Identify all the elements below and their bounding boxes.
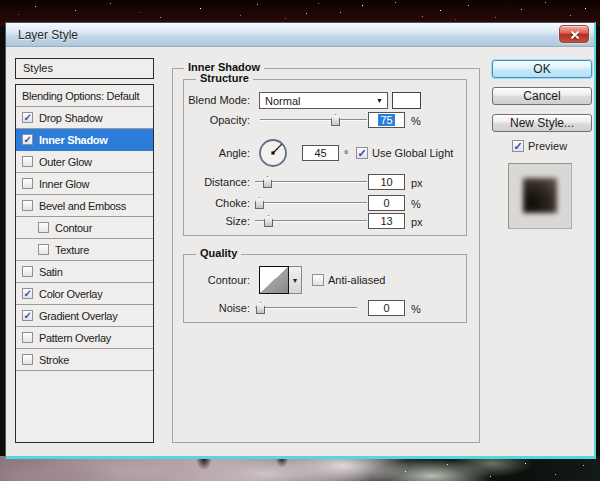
size-slider[interactable] (255, 215, 367, 227)
sidebar-item-label: Stroke (39, 354, 69, 366)
blend-mode-select[interactable]: Normal ▼ (259, 92, 388, 109)
structure-legend: Structure (196, 72, 253, 84)
angle-unit: ° (344, 147, 348, 161)
checked-checkbox-icon[interactable]: ✓ (22, 310, 33, 321)
choke-input[interactable]: 0 (368, 195, 405, 211)
opacity-label: Opacity: (150, 113, 250, 127)
distance-label: Distance: (150, 175, 250, 189)
dialog-body: Styles Blending Options: Default✓Drop Sh… (6, 47, 594, 455)
noise-label: Noise: (150, 301, 250, 315)
sidebar-item-label: Outer Glow (39, 156, 92, 168)
unchecked-checkbox-icon[interactable] (38, 222, 49, 233)
ok-button[interactable]: OK (492, 60, 592, 78)
styles-panel-header[interactable]: Styles (15, 58, 154, 79)
sidebar-item-inner-glow[interactable]: Inner Glow (16, 173, 153, 195)
noise-value: 0 (383, 302, 389, 314)
chevron-down-icon: ▼ (376, 97, 383, 104)
unchecked-checkbox-icon[interactable] (22, 156, 33, 167)
sidebar-item-bevel-and-emboss[interactable]: Bevel and Emboss (16, 195, 153, 217)
choke-value: 0 (383, 197, 389, 209)
choke-unit: % (411, 197, 421, 211)
unchecked-checkbox-icon[interactable] (22, 200, 33, 211)
contour-label: Contour: (150, 273, 250, 287)
sidebar-item-label: Satin (39, 266, 63, 278)
slider-thumb[interactable] (255, 197, 264, 209)
angle-value: 45 (314, 147, 326, 159)
unchecked-checkbox-icon[interactable] (22, 354, 33, 365)
anti-aliased-checkbox[interactable] (312, 274, 324, 286)
photoshop-workspace: Layer Style Styles Blending Options: Def… (0, 0, 600, 481)
sidebar-item-label: Drop Shadow (39, 112, 102, 124)
opacity-unit: % (411, 114, 421, 128)
style-preview-thumbnail (508, 163, 572, 229)
sidebar-item-blending-options-default[interactable]: Blending Options: Default (16, 85, 153, 107)
sidebar-item-color-overlay[interactable]: ✓Color Overlay (16, 283, 153, 305)
size-unit: px (411, 215, 423, 229)
new-style-button[interactable]: New Style... (492, 114, 592, 132)
slider-thumb[interactable] (256, 302, 265, 314)
slider-thumb[interactable] (331, 114, 340, 126)
sidebar-item-label: Blending Options: Default (22, 90, 139, 102)
angle-input[interactable]: 45 (302, 145, 339, 161)
sidebar-item-label: Inner Glow (39, 178, 89, 190)
sidebar-item-label: Gradient Overlay (39, 310, 117, 322)
sidebar-item-contour[interactable]: Contour (16, 217, 153, 239)
contour-thumbnail[interactable] (259, 266, 289, 294)
close-button[interactable] (559, 25, 589, 43)
blend-mode-label: Blend Mode: (150, 93, 250, 107)
chevron-down-icon: ▼ (292, 277, 299, 284)
slider-thumb[interactable] (263, 176, 272, 188)
contour-picker-button[interactable]: ▼ (289, 266, 302, 294)
checked-checkbox-icon[interactable]: ✓ (22, 288, 33, 299)
sidebar-item-pattern-overlay[interactable]: Pattern Overlay (16, 327, 153, 349)
preview-checkbox[interactable]: ✓ (512, 140, 524, 152)
preview-shadow-swatch (523, 178, 557, 213)
choke-label: Choke: (150, 196, 250, 210)
unchecked-checkbox-icon[interactable] (38, 244, 49, 255)
sidebar-item-stroke[interactable]: Stroke (16, 349, 153, 371)
opacity-input[interactable]: 75 (368, 112, 405, 128)
sidebar-item-label: Inner Shadow (39, 134, 108, 146)
sidebar-item-outer-glow[interactable]: Outer Glow (16, 151, 153, 173)
blend-mode-value: Normal (265, 95, 300, 107)
opacity-slider[interactable] (260, 114, 367, 126)
use-global-light-checkbox[interactable]: ✓ (356, 147, 368, 159)
unchecked-checkbox-icon[interactable] (22, 178, 33, 189)
unchecked-checkbox-icon[interactable] (22, 332, 33, 343)
checked-checkbox-icon[interactable]: ✓ (22, 112, 33, 123)
opacity-value: 75 (378, 114, 394, 126)
choke-slider[interactable] (255, 197, 367, 209)
distance-unit: px (411, 176, 423, 190)
size-input[interactable]: 13 (368, 213, 405, 229)
distance-input[interactable]: 10 (368, 174, 405, 190)
sidebar-item-texture[interactable]: Texture (16, 239, 153, 261)
layer-style-dialog: Layer Style Styles Blending Options: Def… (5, 22, 596, 459)
unchecked-checkbox-icon[interactable] (22, 266, 33, 277)
noise-slider[interactable] (255, 302, 357, 314)
noise-unit: % (411, 302, 421, 316)
angle-dial[interactable] (258, 138, 288, 168)
use-global-light-label: Use Global Light (372, 147, 453, 159)
sidebar-item-label: Bevel and Emboss (39, 200, 126, 212)
sidebar-item-inner-shadow[interactable]: ✓Inner Shadow (16, 129, 153, 151)
shadow-color-swatch[interactable] (392, 92, 421, 109)
checked-checkbox-icon[interactable]: ✓ (22, 134, 33, 145)
quality-legend: Quality (196, 247, 241, 259)
slider-thumb[interactable] (264, 215, 273, 227)
styles-list: Blending Options: Default✓Drop Shadow✓In… (15, 84, 154, 443)
sidebar-item-drop-shadow[interactable]: ✓Drop Shadow (16, 107, 153, 129)
background-nebula (0, 456, 600, 481)
sidebar-item-satin[interactable]: Satin (16, 261, 153, 283)
noise-input[interactable]: 0 (368, 300, 405, 316)
angle-label: Angle: (150, 146, 250, 160)
sidebar-item-label: Color Overlay (39, 288, 102, 300)
cancel-button[interactable]: Cancel (492, 87, 592, 105)
stars-decoration (0, 0, 1, 1)
dialog-title: Layer Style (6, 23, 78, 47)
size-value: 13 (380, 215, 392, 227)
size-label: Size: (150, 214, 250, 228)
dialog-titlebar[interactable]: Layer Style (6, 23, 594, 47)
sidebar-item-gradient-overlay[interactable]: ✓Gradient Overlay (16, 305, 153, 327)
sidebar-item-label: Texture (55, 244, 89, 256)
distance-slider[interactable] (255, 176, 367, 188)
